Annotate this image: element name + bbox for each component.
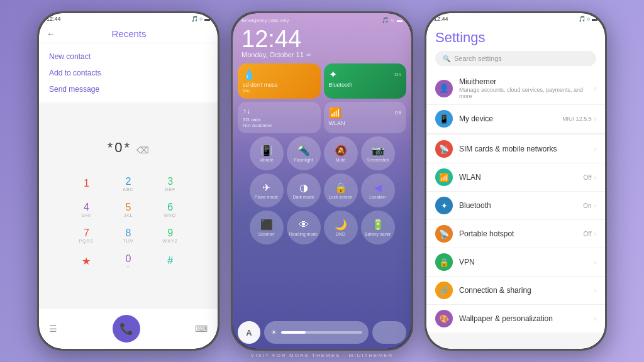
recents-menu: New contact Add to contacts Send message: [39, 43, 218, 102]
small-tile-reading[interactable]: 👁 Reading mode: [287, 211, 321, 244]
mute-label: Mute: [336, 158, 346, 162]
plane-label: Plane mode: [255, 195, 278, 199]
small-tile-battery[interactable]: 🔋 Battery saver: [361, 211, 395, 244]
scanner-icon: ⬛: [260, 219, 273, 231]
phone1-screen: 12:44 🎵 ○ ▬ ← Recents New contact Add to…: [39, 13, 218, 349]
dial-key-7[interactable]: 7PQRS: [65, 222, 108, 248]
bluetooth-content: Bluetooth: [459, 201, 583, 210]
recents-title-bar: ← Recents: [39, 25, 218, 43]
settings-item-wallpaper[interactable]: 🎨 Wallpaper & personalization ›: [426, 305, 605, 332]
dial-key-8[interactable]: 8TUV: [108, 222, 150, 248]
settings-item-wlan[interactable]: 📶 WLAN Off ›: [426, 163, 605, 192]
settings-item-miuithemer[interactable]: 👤 Miuithemer Manage accounts, cloud serv…: [426, 72, 605, 105]
settings-item-bluetooth[interactable]: ✦ Bluetooth On ›: [426, 192, 605, 220]
wlan-title: WLAN: [459, 173, 584, 182]
phone1-status-icons: 🎵 ○ ▬: [191, 16, 210, 22]
vibrate-icon: 📳: [260, 145, 273, 156]
small-tiles-row-3: ⬛ Scanner 👁 Reading mode 🌙 DND 🔋 Battery…: [238, 211, 406, 244]
connection-title: Connection & sharing: [459, 286, 594, 295]
hotspot-content: Portable hotspot: [459, 229, 584, 238]
settings-search-bar[interactable]: 🔍 Search settings: [435, 51, 596, 66]
flashlight-icon: 🔦: [297, 145, 310, 156]
small-tile-plane[interactable]: ✈ Plane mode: [250, 173, 284, 207]
small-tile-location[interactable]: ◀ Location: [361, 173, 395, 207]
small-tile-dnd[interactable]: 🌙 DND: [324, 211, 358, 244]
lock-label: Lock screen: [329, 195, 353, 199]
device-right: MIUI 12.5.5 ›: [562, 116, 596, 123]
dial-key-9[interactable]: 9WXYZ: [149, 222, 191, 248]
hotspot-right: Off ›: [584, 231, 597, 238]
search-placeholder: Search settings: [454, 55, 502, 62]
dial-display: *0*: [108, 140, 131, 156]
settings-item-vpn[interactable]: 🔒 VPN ›: [426, 248, 605, 277]
chevron-icon-7: ›: [594, 259, 596, 266]
brightness-control[interactable]: ☀: [264, 321, 369, 344]
tile-dont-disturb[interactable]: 💧 sd don't mess Me...: [238, 63, 321, 99]
tile-bluetooth[interactable]: ✦ On Bluetooth: [324, 63, 407, 99]
dial-key-5[interactable]: 5JKL: [108, 197, 150, 222]
emergency-text: Emergency calls only: [242, 18, 289, 23]
edit-icon[interactable]: ✏: [306, 52, 311, 58]
dial-key-0[interactable]: 0+: [108, 248, 150, 274]
phone-2: Emergency calls only 🎵 ○ ▬ 12:44 Monday,…: [231, 11, 413, 351]
tile-label-3: 3G data: [243, 117, 316, 123]
dial-key-1[interactable]: 1: [65, 171, 108, 197]
settings-section-account: 👤 Miuithemer Manage accounts, cloud serv…: [426, 72, 605, 133]
call-button[interactable]: 📞: [113, 315, 140, 343]
dial-key-3[interactable]: 3DEF: [149, 171, 191, 197]
vpn-right: ›: [594, 259, 596, 266]
small-tile-scanner[interactable]: ⬛ Scanner: [250, 211, 284, 244]
new-contact-item[interactable]: New contact: [49, 48, 208, 65]
dial-key-2[interactable]: 2ABC: [108, 171, 150, 197]
wallpaper-icon: 🎨: [435, 310, 453, 327]
wlan-content: WLAN: [459, 173, 584, 182]
dnd-icon: 🌙: [335, 219, 347, 231]
bluetooth-icon: ✦: [329, 69, 337, 80]
dial-key-4[interactable]: 4GHI: [65, 197, 108, 222]
settings-item-hotspot[interactable]: 📡 Portable hotspot Off ›: [426, 220, 605, 248]
tile-sublabel-1: Me...: [243, 88, 316, 94]
settings-item-sim[interactable]: 📡 SIM cards & mobile networks ›: [426, 135, 605, 163]
watermark: VISIT FOR MORE THEMES - MIUITHEMER: [251, 353, 393, 358]
small-tile-flashlight[interactable]: 🔦 Flashlight: [287, 136, 321, 170]
chevron-icon-5: ›: [594, 202, 596, 209]
brightness-icon: ☀: [270, 328, 277, 337]
menu-icon[interactable]: ☰: [49, 324, 57, 334]
small-tile-screenshot[interactable]: 📷 Screenshot: [361, 136, 395, 170]
add-to-contacts-item[interactable]: Add to contacts: [49, 65, 208, 81]
phone2-time: 12:44: [242, 27, 402, 51]
small-tile-dark[interactable]: ◑ Dark mode: [287, 173, 321, 207]
settings-item-device[interactable]: 📱 My device MIUI 12.5.5 ›: [426, 105, 605, 133]
delete-btn[interactable]: ⌫: [136, 145, 149, 155]
small-tile-vibrate[interactable]: 📳 Vibrate: [250, 136, 284, 170]
bluetooth-settings-icon: ✦: [435, 197, 453, 214]
mute-icon: 🔕: [335, 145, 347, 156]
keypad-icon[interactable]: ⌨: [195, 324, 208, 334]
small-tile-mute[interactable]: 🔕 Mute: [324, 136, 358, 170]
screenshot-label: Screenshot: [367, 158, 389, 162]
tile-data[interactable]: ↑↓ 3G data Not available: [238, 102, 321, 133]
bottom-spacer: [372, 321, 406, 344]
back-arrow-icon[interactable]: ←: [47, 29, 55, 39]
vpn-content: VPN: [459, 258, 594, 266]
reading-label: Reading mode: [289, 232, 318, 236]
battery-icon: ▬: [397, 17, 402, 23]
dial-key-6[interactable]: 6MNO: [149, 197, 191, 222]
sim-icon: 📡: [435, 140, 453, 158]
accessibility-button[interactable]: A: [238, 321, 260, 344]
send-message-item[interactable]: Send message: [49, 81, 208, 97]
device-icon: 📱: [435, 110, 453, 128]
chevron-icon-4: ›: [594, 174, 596, 181]
chevron-icon-2: ›: [594, 116, 596, 123]
chevron-icon: ›: [594, 85, 596, 92]
connection-right: ›: [594, 287, 596, 294]
settings-item-connection[interactable]: 🔗 Connection & sharing ›: [426, 277, 605, 305]
dial-key-star[interactable]: ★: [65, 248, 108, 274]
phone1-bottom-bar: ☰ 📞 ⌨: [39, 308, 218, 349]
small-tile-lock[interactable]: 🔒 Lock screen: [324, 173, 358, 207]
dial-key-hash[interactable]: #: [149, 248, 191, 274]
flashlight-label: Flashlight: [294, 158, 313, 162]
tile-wlan[interactable]: 📶 Off WLAN: [324, 102, 407, 133]
phone3-status-bar: 12:44 🎵 ○ ▬: [426, 13, 605, 25]
wlan-icon: 📶: [329, 107, 341, 119]
